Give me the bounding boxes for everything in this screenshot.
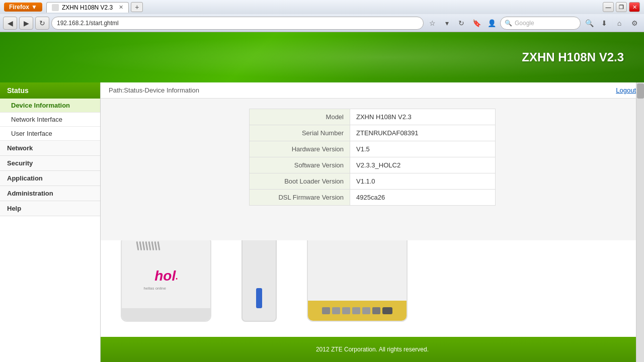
sidebar-section-network[interactable]: Network bbox=[0, 141, 100, 156]
table-row: Software VersionV2.3.3_HOLC2 bbox=[250, 157, 496, 173]
field-value: V1.1.0 bbox=[350, 173, 496, 190]
field-label: Software Version bbox=[250, 157, 350, 173]
field-value: 4925ca26 bbox=[350, 190, 496, 206]
main-area: Status Device Information Network Interf… bbox=[0, 82, 644, 362]
router-image-1: hol• hellas online bbox=[121, 240, 211, 322]
download-icon[interactable]: ⬇ bbox=[598, 17, 611, 30]
title-bar: Firefox ▼ ZXHN H108N V2.3 ✕ + — ❐ ✕ bbox=[0, 0, 644, 14]
table-row: Hardware VersionV1.5 bbox=[250, 141, 496, 157]
nav-icons: ☆ ▾ ↻ bbox=[426, 17, 468, 30]
router-image-2 bbox=[242, 240, 277, 322]
content-body: ModelZXHN H108N V2.3Serial NumberZTENRUK… bbox=[101, 99, 644, 240]
back-button[interactable]: ◀ bbox=[3, 17, 17, 30]
field-label: Boot Loader Version bbox=[250, 173, 350, 190]
tab-title: ZXHN H108N V2.3 bbox=[62, 4, 113, 11]
sidebar-item-device-information[interactable]: Device Information bbox=[0, 99, 100, 113]
tab-bar: ZXHN H108N V2.3 ✕ + bbox=[46, 2, 599, 13]
sidebar-item-user-interface[interactable]: User Interface bbox=[0, 127, 100, 141]
content-area: Path:Status-Device Information Logout Mo… bbox=[101, 82, 644, 362]
field-value: V2.3.3_HOLC2 bbox=[350, 157, 496, 173]
tab-close-icon[interactable]: ✕ bbox=[119, 4, 123, 11]
browser-window: Firefox ▼ ZXHN H108N V2.3 ✕ + — ❐ ✕ bbox=[0, 0, 644, 362]
home-icon[interactable]: ⌂ bbox=[613, 17, 626, 30]
footer-bar: 2012 ZTE Corporation. All rights reserve… bbox=[101, 337, 644, 362]
search-bar[interactable]: 🔍 Google bbox=[500, 17, 581, 30]
table-row: Boot Loader VersionV1.1.0 bbox=[250, 173, 496, 190]
sidebar-status[interactable]: Status bbox=[0, 82, 100, 99]
bookmark-icon[interactable]: ☆ bbox=[426, 17, 439, 30]
forward-button[interactable]: ▶ bbox=[19, 17, 33, 30]
reload-button[interactable]: ↻ bbox=[35, 17, 49, 30]
antenna-decorations bbox=[137, 241, 159, 250]
router-image-3 bbox=[307, 240, 408, 322]
footer-text: 2012 ZTE Corporation. All rights reserve… bbox=[316, 346, 429, 353]
content-header: Path:Status-Device Information Logout bbox=[101, 82, 644, 99]
table-row: ModelZXHN H108N V2.3 bbox=[250, 109, 496, 125]
reload-icon[interactable]: ↻ bbox=[455, 17, 468, 30]
page-content: ZXHN H108N V2.3 Status Device Informatio… bbox=[0, 32, 644, 362]
device-info-table: ModelZXHN H108N V2.3Serial NumberZTENRUK… bbox=[249, 109, 496, 206]
tools-icon[interactable]: 🔖 bbox=[470, 17, 483, 30]
sidebar: Status Device Information Network Interf… bbox=[0, 82, 101, 362]
account-icon[interactable]: 👤 bbox=[485, 17, 498, 30]
table-row: Serial NumberZTENRUKDAF08391 bbox=[250, 125, 496, 141]
hol-logo: hol• bbox=[154, 268, 178, 284]
sidebar-item-network-interface[interactable]: Network Interface bbox=[0, 113, 100, 127]
router-ui: ZXHN H108N V2.3 Status Device Informatio… bbox=[0, 32, 644, 362]
logout-button[interactable]: Logout bbox=[616, 86, 636, 94]
field-label: Serial Number bbox=[250, 125, 350, 141]
sidebar-section-security[interactable]: Security bbox=[0, 156, 100, 171]
address-bar[interactable]: 192.168.2.1/start.ghtml bbox=[51, 17, 424, 30]
tab-favicon bbox=[52, 4, 59, 11]
sidebar-section-help[interactable]: Help bbox=[0, 201, 100, 216]
search-icon[interactable]: 🔍 bbox=[583, 17, 596, 30]
field-value: ZXHN H108N V2.3 bbox=[350, 109, 496, 125]
settings-icon[interactable]: ⚙ bbox=[628, 17, 641, 30]
field-value: ZTENRUKDAF08391 bbox=[350, 125, 496, 141]
nav-bar: ◀ ▶ ↻ 192.168.2.1/start.ghtml ☆ ▾ ↻ 🔖 👤 … bbox=[0, 14, 644, 32]
router-images: hol• hellas online bbox=[111, 240, 418, 332]
field-label: Hardware Version bbox=[250, 141, 350, 157]
hol-sub-text: hellas online bbox=[144, 286, 166, 291]
page-title: ZXHN H108N V2.3 bbox=[522, 50, 624, 64]
close-button[interactable]: ✕ bbox=[629, 2, 640, 12]
active-tab[interactable]: ZXHN H108N V2.3 ✕ bbox=[46, 2, 129, 13]
field-value: V1.5 bbox=[350, 141, 496, 157]
header-banner: ZXHN H108N V2.3 bbox=[0, 32, 644, 82]
bottom-area: hol• hellas online bbox=[101, 240, 644, 362]
bookmark-dropdown-icon[interactable]: ▾ bbox=[440, 17, 453, 30]
field-label: Model bbox=[250, 109, 350, 125]
sidebar-section-administration[interactable]: Administration bbox=[0, 186, 100, 201]
scrollbar[interactable] bbox=[636, 82, 644, 362]
table-row: DSL Firmware Version4925ca26 bbox=[250, 190, 496, 206]
window-controls: — ❐ ✕ bbox=[603, 2, 640, 12]
new-tab-button[interactable]: + bbox=[131, 2, 143, 12]
sidebar-section-application[interactable]: Application bbox=[0, 171, 100, 186]
breadcrumb: Path:Status-Device Information bbox=[109, 86, 199, 94]
minimize-button[interactable]: — bbox=[603, 2, 614, 12]
maximize-button[interactable]: ❐ bbox=[616, 2, 627, 12]
field-label: DSL Firmware Version bbox=[250, 190, 350, 206]
firefox-button[interactable]: Firefox ▼ bbox=[4, 3, 42, 12]
